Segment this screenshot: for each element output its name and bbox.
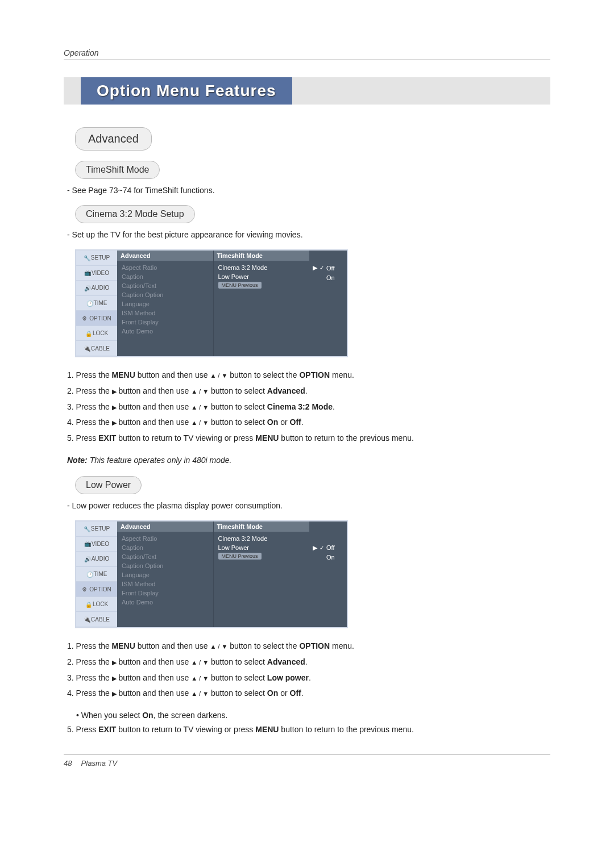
col1-item: Caption/Text (122, 281, 209, 290)
osd-values: ▶✓Off ▶ ✓On (309, 251, 347, 356)
up-down-icon: ▲ / ▼ (191, 404, 209, 411)
up-down-icon: ▲ / ▼ (210, 372, 227, 379)
step-2: 2. Press the ▶ button and then use ▲ / ▼… (67, 385, 550, 398)
osd-col1: Advanced Aspect Ratio Caption Caption/Te… (117, 521, 213, 627)
osd-screenshot-cinema: 🔧SETUP 📺VIDEO 🔊AUDIO 🕐TIME ⚙OPTION 🔒LOCK… (75, 249, 348, 357)
val-off-label: Off (326, 265, 334, 272)
menu-icon: MENU (222, 282, 237, 288)
arrow-right-icon: ▶ (313, 264, 317, 272)
osd-col1: Advanced Aspect Ratio Caption Caption/Te… (117, 251, 213, 356)
val-on: ▶ ✓On (313, 273, 343, 282)
plug-icon: 🔌 (84, 345, 89, 351)
gear-icon: ⚙ (82, 315, 88, 321)
check-icon: ✓ (320, 545, 324, 551)
col2-head: Timeshift Mode (214, 521, 310, 532)
osd-values: ▶✓Off ▶ ✓On (309, 521, 347, 627)
side-label: SETUP (91, 254, 110, 261)
val-on-label: On (326, 274, 335, 281)
step-4: 4. Press the ▶ button and then use ▲ / ▼… (67, 687, 550, 700)
col1-item: Auto Demo (122, 327, 209, 336)
previous-label: Previous (238, 282, 258, 288)
col1-item: Front Display (122, 589, 209, 598)
wrench-icon: 🔧 (84, 255, 89, 261)
side-cable: 🔌CABLE (76, 612, 117, 627)
up-down-icon: ▲ / ▼ (191, 690, 209, 697)
cinema-steps: 1. Press the MENU button and then use ▲ … (67, 369, 550, 445)
check-icon: ✓ (320, 265, 324, 271)
side-audio: 🔊AUDIO (76, 281, 117, 296)
side-label: TIME (94, 571, 107, 577)
osd-col2: Timeshift Mode Cinema 3:2 Mode Low Power… (213, 251, 310, 356)
side-audio: 🔊AUDIO (76, 552, 117, 567)
wrench-icon: 🔧 (84, 526, 89, 532)
speaker-icon: 🔊 (84, 285, 90, 291)
previous-tag: MENU Previous (218, 553, 262, 560)
col1-item: Caption (122, 543, 209, 552)
osd-col2: Timeshift Mode Cinema 3:2 Mode Low Power… (213, 521, 310, 627)
col2-item: Low Power (218, 272, 305, 281)
col1-item: Aspect Ratio (122, 263, 209, 272)
advanced-heading: Advanced (75, 127, 152, 151)
header-operation: Operation (64, 48, 550, 57)
lowpower-step5: 5. Press EXIT button to return to TV vie… (67, 723, 550, 737)
col1-item: Auto Demo (122, 598, 209, 607)
step-2: 2. Press the ▶ button and then use ▲ / ▼… (67, 656, 550, 669)
tv-icon: 📺 (84, 270, 90, 276)
side-label: LOCK (93, 330, 108, 336)
side-setup: 🔧SETUP (76, 251, 117, 266)
footer-label (74, 759, 78, 767)
col1-item: Caption/Text (122, 552, 209, 561)
footer-page: 48 (64, 759, 72, 767)
col1-item: ISM Method (122, 308, 209, 318)
up-down-icon: ▲ / ▼ (210, 643, 227, 650)
footer-rule: 48 Plasma TV (64, 754, 550, 768)
step-3: 3. Press the ▶ button and then use ▲ / ▼… (67, 400, 550, 414)
page-title-bar: Option Menu Features (64, 77, 550, 105)
col2-item: Cinema 3:2 Mode (218, 534, 305, 543)
clock-icon: 🕐 (86, 301, 92, 306)
lowpower-bullet: • When you select On, the screen darkens… (76, 711, 550, 720)
side-option: ⚙OPTION (76, 582, 117, 597)
osd-sidebar: 🔧SETUP 📺VIDEO 🔊AUDIO 🕐TIME ⚙OPTION 🔒LOCK… (76, 251, 117, 356)
side-label: CABLE (91, 616, 110, 623)
side-label: VIDEO (92, 541, 109, 547)
val-off: ▶✓Off (313, 543, 343, 553)
right-icon: ▶ (112, 404, 117, 411)
lowpower-steps: 1. Press the MENU button and then use ▲ … (67, 640, 550, 700)
side-lock: 🔒LOCK (76, 326, 117, 341)
col1-item: Language (122, 299, 209, 308)
up-down-icon: ▲ / ▼ (191, 388, 209, 395)
side-lock: 🔒LOCK (76, 597, 117, 612)
side-label: LOCK (93, 601, 108, 607)
col1-head: Advanced (117, 521, 213, 532)
val-off: ▶✓Off (313, 263, 343, 273)
title-stripe (64, 77, 81, 105)
val-on-label: On (326, 554, 335, 561)
step-3: 3. Press the ▶ button and then use ▲ / ▼… (67, 671, 550, 685)
clock-icon: 🕐 (86, 571, 92, 577)
up-down-icon: ▲ / ▼ (191, 419, 209, 426)
side-label: CABLE (91, 345, 110, 352)
col2-item-selected: Cinema 3:2 Mode (218, 263, 305, 272)
val-off-label: Off (326, 544, 334, 551)
col1-head: Advanced (117, 251, 213, 261)
side-label: VIDEO (92, 270, 109, 276)
side-video: 📺VIDEO (76, 266, 117, 281)
side-video: 📺VIDEO (76, 537, 117, 552)
side-option: ⚙OPTION (76, 311, 117, 326)
side-setup: 🔧SETUP (76, 521, 117, 537)
side-cable: 🔌CABLE (76, 341, 117, 356)
cinema-desc: - Set up the TV for the best picture app… (67, 230, 550, 239)
up-down-icon: ▲ / ▼ (191, 659, 209, 666)
col1-item: Aspect Ratio (122, 534, 209, 543)
timeshift-desc: - See Page 73~74 for TimeShift functions… (67, 186, 550, 195)
side-time: 🕐TIME (76, 567, 117, 582)
col2-head: Timeshift Mode (214, 251, 310, 261)
side-label: TIME (94, 300, 107, 306)
side-label: OPTION (89, 586, 111, 592)
val-on: ▶ ✓On (313, 553, 343, 562)
speaker-icon: 🔊 (84, 556, 90, 562)
right-icon: ▶ (112, 419, 117, 426)
timeshift-heading: TimeShift Mode (75, 161, 160, 179)
lock-icon: 🔒 (85, 331, 91, 336)
